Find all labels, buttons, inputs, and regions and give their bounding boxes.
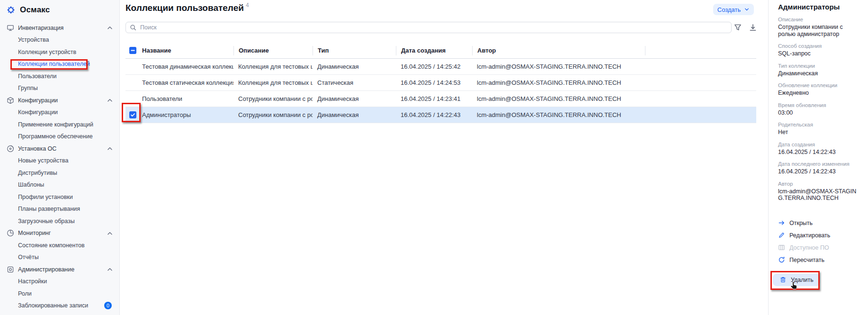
chevron-up-icon: [106, 145, 114, 153]
cell-type: Статическая: [313, 79, 396, 86]
sidebar-section-label: Мониторинг: [18, 230, 51, 236]
column-header[interactable]: Дата создания: [396, 46, 472, 55]
sidebar-item[interactable]: Устройства: [0, 34, 119, 46]
cell-created: 16.04.2025 / 14:24:53: [396, 79, 472, 86]
count-badge: 0: [104, 302, 112, 309]
sidebar-section-label: Администрирование: [18, 266, 74, 273]
sidebar-item-label: Коллекции устройств: [18, 49, 76, 55]
pencil-icon: [778, 232, 785, 239]
sidebar-item-label: Роли: [18, 290, 32, 297]
details-panel: Администраторы ОписаниеСотрудники компан…: [768, 0, 868, 315]
download-icon[interactable]: [748, 22, 758, 33]
cell-type: Динамическая: [313, 111, 396, 118]
sidebar-item[interactable]: Планы развертывания: [0, 203, 119, 216]
page-title: Коллекции пользователей4: [125, 3, 249, 13]
cell-author: lcm-admin@OSMAX-STAGING.TERRA.INNO.TECH: [472, 111, 645, 118]
delete-button-label: Удалить: [791, 277, 814, 283]
detail-field-value: 03:00: [778, 109, 859, 117]
sidebar-section-header[interactable]: Мониторинг: [0, 227, 119, 240]
delete-button[interactable]: Удалить: [773, 274, 820, 286]
sidebar-item-label: Дистрибутивы: [18, 170, 57, 176]
column-header[interactable]: Автор: [472, 46, 645, 55]
chevron-up-icon: [106, 230, 114, 237]
action-item[interactable]: Редактировать: [778, 229, 859, 242]
cell-author: lcm-admin@OSMAX-STAGING.TERRA.INNO.TECH: [472, 79, 645, 86]
details-title: Администраторы: [778, 3, 859, 11]
sidebar-item-label: Отчёты: [18, 254, 39, 261]
sidebar-item[interactable]: Роли: [0, 288, 119, 300]
detail-field-label: Тип коллекции: [778, 63, 859, 69]
search-wrap: [125, 22, 732, 33]
table-row[interactable]: Тестовая статическая коллекцияКоллекция …: [125, 75, 756, 91]
sidebar-item[interactable]: Программное обеспечение: [0, 131, 119, 143]
detail-field-label: Дата создания: [778, 141, 859, 148]
sidebar-item-label: Состояние компонентов: [18, 242, 85, 249]
sidebar-item-label: Новые устройства: [18, 157, 68, 164]
sidebar-menu: ИнвентаризацияУстройстваКоллекции устрой…: [0, 22, 119, 312]
detail-field-value: 16.04.2025 / 14:22:43: [778, 168, 859, 175]
cell-description: Сотрудники компании с ро...: [233, 111, 313, 118]
action-item[interactable]: Пересчитать: [778, 254, 859, 266]
cell-name: Пользователи: [137, 95, 233, 102]
cell-author: lcm-admin@OSMAX-STAGING.TERRA.INNO.TECH: [472, 95, 645, 102]
sidebar-section-header[interactable]: Конфигурации: [0, 94, 119, 107]
sidebar-item-label: Заблокированные записи: [18, 302, 88, 309]
column-header[interactable]: Тип: [313, 46, 396, 55]
detail-field-value: SQL-запрос: [778, 50, 859, 57]
create-button[interactable]: Создать: [713, 4, 754, 15]
sidebar-section-label: Установка ОС: [18, 145, 56, 152]
sidebar-item[interactable]: Группы: [0, 82, 119, 95]
column-header[interactable]: Описание: [233, 46, 313, 55]
sidebar-item[interactable]: Коллекции пользователей: [0, 58, 119, 71]
sidebar-item[interactable]: Конфигурации: [0, 107, 119, 119]
row-checkbox-checked[interactable]: [129, 111, 136, 118]
action-label: Редактировать: [789, 232, 830, 239]
sidebar-item-label: Настройки: [18, 278, 47, 285]
cell-name: Тестовая динамическая коллекция: [137, 63, 233, 70]
software-grid-icon: [778, 244, 785, 251]
sidebar-item-label: Планы развертывания: [18, 206, 80, 212]
sidebar-item-label: Пользователи: [18, 73, 57, 80]
detail-field-label: Способ создания: [778, 43, 859, 49]
details-fields: ОписаниеСотрудники компании с ролью адми…: [778, 16, 859, 202]
sidebar-item[interactable]: Дистрибутивы: [0, 167, 119, 179]
sidebar-section-label: Конфигурации: [18, 97, 58, 104]
table-row[interactable]: Тестовая динамическая коллекцияКоллекция…: [125, 59, 756, 75]
sidebar-item[interactable]: Коллекции устройств: [0, 46, 119, 58]
column-header[interactable]: Название: [137, 47, 233, 54]
row-checkbox-cell[interactable]: [125, 111, 137, 119]
admin-icon: [7, 266, 14, 273]
sidebar-item[interactable]: Настройки: [0, 276, 119, 288]
header-checkbox-indeterminate[interactable]: [129, 47, 136, 54]
action-item[interactable]: Открыть: [778, 217, 859, 229]
sidebar-item[interactable]: Загрузочные образы: [0, 215, 119, 227]
search-input[interactable]: [125, 22, 732, 33]
detail-field-label: Автор: [778, 180, 859, 187]
sidebar-item[interactable]: Пользователи: [0, 70, 119, 82]
table-row[interactable]: ПользователиСотрудники компании с ро...Д…: [125, 91, 756, 107]
detail-field: ОписаниеСотрудники компании с ролью адми…: [778, 16, 859, 37]
sidebar-item[interactable]: Новые устройства: [0, 155, 119, 167]
search-icon: [130, 24, 136, 31]
sidebar-item[interactable]: Состояние компонентов: [0, 239, 119, 252]
sidebar-item[interactable]: Профили установки: [0, 191, 119, 203]
sidebar-item[interactable]: Отчёты: [0, 252, 119, 264]
detail-field-label: Родительская: [778, 121, 859, 128]
sidebar-section-header[interactable]: Администрирование: [0, 263, 119, 276]
sidebar-item[interactable]: Заблокированные записи0: [0, 300, 119, 312]
detail-field-value: Сотрудники компании с ролью администрато…: [778, 24, 859, 37]
detail-field: РодительскаяНет: [778, 121, 859, 136]
sidebar-section-label: Инвентаризация: [18, 25, 63, 31]
table-row[interactable]: АдминистраторыСотрудники компании с ро..…: [125, 107, 756, 123]
arrow-right-icon: [778, 219, 785, 226]
collections-table: НазваниеОписаниеТипДата созданияАвтор Те…: [125, 43, 756, 123]
detail-field-value: 16.04.2025 / 14:22:43: [778, 149, 859, 156]
sidebar-section-header[interactable]: Установка ОС: [0, 143, 119, 155]
sidebar-item[interactable]: Применение конфигураций: [0, 118, 119, 131]
trash-icon: [779, 276, 787, 283]
filter-funnel-icon[interactable]: [733, 22, 743, 33]
sidebar-item[interactable]: Шаблоны: [0, 179, 119, 191]
sidebar-section-header[interactable]: Инвентаризация: [0, 22, 119, 34]
cell-description: Коллекция для тестовых ц...: [233, 63, 313, 70]
table-header-row: НазваниеОписаниеТипДата созданияАвтор: [125, 43, 756, 59]
